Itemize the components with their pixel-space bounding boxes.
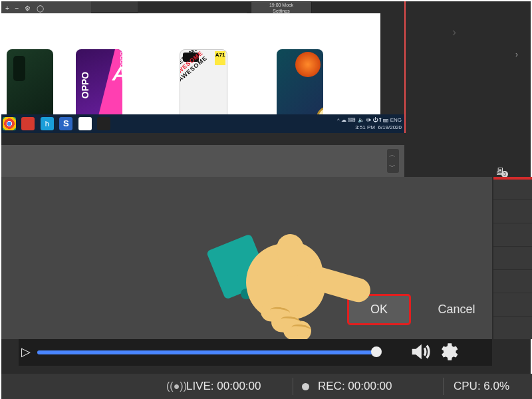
- divider: [293, 378, 293, 395]
- source-toolbar[interactable]: + − ⚙ ◯: [1, 1, 91, 13]
- cancel-button[interactable]: Cancel: [422, 294, 491, 325]
- live-label: LIVE:: [186, 380, 214, 392]
- cpu-label: CPU:: [454, 380, 481, 392]
- scenes-icon[interactable]: 🖶 3: [495, 166, 505, 177]
- windows-taskbar: h S ^ ☁ ⌨ 🔈 🕪 ⏻ ⬆ 🖴 ENG 3:51 PM 6/19/202…: [1, 114, 404, 133]
- tray-time: 3:51 PM: [355, 124, 375, 130]
- divider: [443, 378, 444, 395]
- speaker-icon[interactable]: [408, 340, 431, 363]
- sources-panel: ︿ ﹀: [1, 145, 404, 177]
- panel-row[interactable]: [493, 200, 532, 223]
- product-phone-awesome: A71 AWESOME AWESOME AWESOME: [180, 49, 227, 124]
- rec-indicator-icon: [302, 383, 309, 390]
- status-bar: ((●)) LIVE: 00:00:00 REC: 00:00:00 CPU: …: [1, 374, 532, 399]
- preview-area: + − ⚙ ◯ 19:00 Mock Settings Full OPPO A …: [1, 1, 406, 133]
- panel-row[interactable]: [493, 293, 532, 317]
- chrome-icon[interactable]: [3, 117, 16, 130]
- obs-icon[interactable]: [97, 117, 110, 130]
- taskbar-app-icon[interactable]: h: [41, 117, 54, 130]
- panel-row[interactable]: [493, 177, 532, 200]
- rec-time: 00:00:00: [348, 380, 392, 392]
- chevron-down-icon[interactable]: ﹀: [389, 162, 396, 172]
- volume-slider-knob[interactable]: [371, 346, 382, 357]
- live-time: 00:00:00: [217, 380, 261, 392]
- product-phone-oppo: OPPO A OPPO A92: [76, 49, 122, 122]
- play-icon[interactable]: ▷: [21, 344, 31, 359]
- tray-lang: ENG: [390, 117, 402, 123]
- menu-line: 19:00 Mock: [251, 2, 311, 8]
- webpage-preview: OPPO A OPPO A92 A71 AWESOME AWESOME AWES…: [1, 13, 380, 114]
- phone-brand-label: OPPO: [80, 72, 90, 98]
- source-toolbar-glyphs: + − ⚙ ◯: [1, 5, 46, 12]
- chevron-up-icon[interactable]: ︿: [389, 150, 396, 160]
- panel-row[interactable]: [493, 247, 532, 270]
- pointing-hand-annotation: [214, 229, 354, 342]
- phone-model-label: OPPO A92: [119, 49, 122, 68]
- product-phone-4: ĐỘC QUYỀN: [277, 49, 323, 122]
- cpu-value: 6.0%: [483, 380, 509, 392]
- right-panel: [493, 177, 532, 339]
- taskbar-app-icon[interactable]: [21, 117, 35, 130]
- panel-row[interactable]: [493, 270, 532, 293]
- scroll-control[interactable]: ︿ ﹀: [387, 149, 399, 173]
- chevron-right-icon[interactable]: ›: [452, 25, 456, 39]
- tray-icons: ^ ☁ ⌨ 🔈 🕪 ⏻ ⬆ 🖴: [337, 117, 388, 123]
- panel-label: [91, 1, 138, 12]
- volume-slider-fill: [37, 350, 375, 354]
- rec-status: REC: 00:00:00: [318, 380, 392, 393]
- taskbar-app-icon[interactable]: [78, 117, 92, 130]
- gear-icon[interactable]: [438, 340, 460, 363]
- panel-row[interactable]: [493, 223, 532, 247]
- snagit-icon[interactable]: S: [59, 117, 72, 130]
- rec-label: REC:: [318, 380, 345, 392]
- product-phone-1: [7, 49, 53, 122]
- chevron-right-icon[interactable]: ›: [515, 50, 518, 59]
- live-indicator-icon: ((●)): [166, 380, 187, 392]
- cpu-status: CPU: 6.0%: [454, 380, 509, 393]
- system-tray[interactable]: ^ ☁ ⌨ 🔈 🕪 ⏻ ⬆ 🖴 ENG 3:51 PM 6/19/2020: [337, 114, 402, 131]
- tray-date: 6/19/2020: [378, 124, 402, 130]
- live-status: LIVE: 00:00:00: [186, 380, 261, 393]
